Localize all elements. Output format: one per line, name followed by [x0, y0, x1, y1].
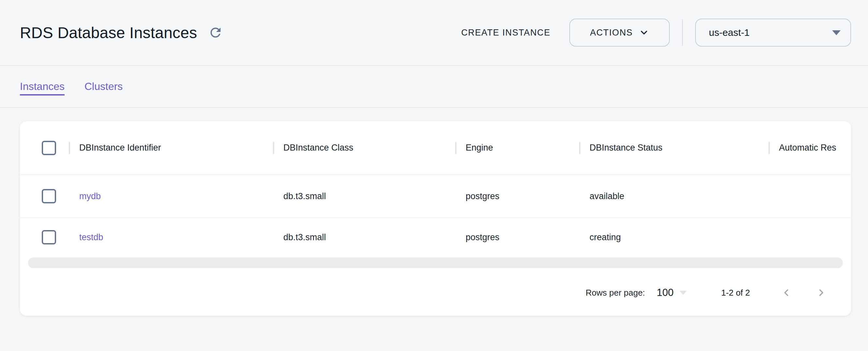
select-all-cell — [20, 121, 69, 174]
cell-status: available — [579, 175, 769, 217]
next-page-button[interactable] — [813, 285, 829, 300]
chevron-left-icon — [781, 287, 792, 298]
chevron-down-icon — [639, 27, 649, 38]
caret-down-icon — [680, 291, 687, 295]
rows-per-page-value: 100 — [657, 287, 674, 298]
cell-status: creating — [579, 218, 769, 256]
row-checkbox[interactable] — [42, 230, 56, 245]
rows-per-page-select[interactable]: 100 — [657, 287, 687, 298]
column-header-automatic-res[interactable]: Automatic Res — [769, 121, 851, 174]
column-header-dbinstance-status[interactable]: DBInstance Status — [579, 121, 769, 174]
column-header-dbinstance-class[interactable]: DBInstance Class — [273, 121, 455, 174]
refresh-button[interactable] — [208, 25, 223, 40]
page-title: RDS Database Instances — [20, 24, 197, 42]
column-header-dbinstance-identifier[interactable]: DBInstance Identifier — [69, 121, 273, 174]
actions-button[interactable]: ACTIONS — [569, 19, 670, 46]
cell-automatic-res — [769, 175, 851, 217]
row-select-cell — [20, 175, 69, 217]
row-select-cell — [20, 218, 69, 256]
cell-identifier: testdb — [69, 218, 273, 256]
header-vertical-divider — [682, 19, 683, 46]
tab-bar: Instances Clusters — [0, 66, 868, 108]
create-instance-button[interactable]: CREATE INSTANCE — [461, 28, 550, 38]
refresh-icon — [208, 25, 223, 40]
cell-db-class: db.t3.small — [273, 218, 455, 256]
cell-db-class: db.t3.small — [273, 175, 455, 217]
cell-identifier: mydb — [69, 175, 273, 217]
table-header-row: DBInstance Identifier DBInstance Class E… — [20, 121, 851, 175]
pagination-range: 1-2 of 2 — [721, 288, 750, 298]
instance-link-testdb[interactable]: testdb — [79, 232, 103, 243]
row-checkbox[interactable] — [42, 189, 56, 203]
region-select[interactable]: us-east-1 — [695, 19, 851, 46]
cell-automatic-res — [769, 218, 851, 256]
cell-engine: postgres — [455, 175, 579, 217]
horizontal-scrollbar[interactable] — [28, 257, 843, 268]
main-content: DBInstance Identifier DBInstance Class E… — [0, 121, 868, 316]
actions-button-label: ACTIONS — [590, 28, 632, 38]
chevron-right-icon — [815, 287, 827, 298]
previous-page-button[interactable] — [779, 285, 794, 300]
page-header: RDS Database Instances CREATE INSTANCE A… — [0, 0, 868, 66]
region-select-value: us-east-1 — [709, 27, 750, 38]
tab-instances[interactable]: Instances — [20, 81, 65, 93]
tab-clusters[interactable]: Clusters — [85, 81, 123, 93]
table-row: testdb db.t3.small postgres creating — [20, 218, 851, 256]
rows-per-page-label: Rows per page: — [586, 288, 645, 298]
instance-link-mydb[interactable]: mydb — [79, 191, 101, 201]
column-header-engine[interactable]: Engine — [455, 121, 579, 174]
pagination-bar: Rows per page: 100 1-2 of 2 — [20, 268, 851, 316]
instances-table-card: DBInstance Identifier DBInstance Class E… — [20, 121, 851, 316]
select-all-checkbox[interactable] — [42, 141, 56, 155]
caret-down-icon — [832, 30, 841, 35]
table-row: mydb db.t3.small postgres available — [20, 175, 851, 218]
cell-engine: postgres — [455, 218, 579, 256]
